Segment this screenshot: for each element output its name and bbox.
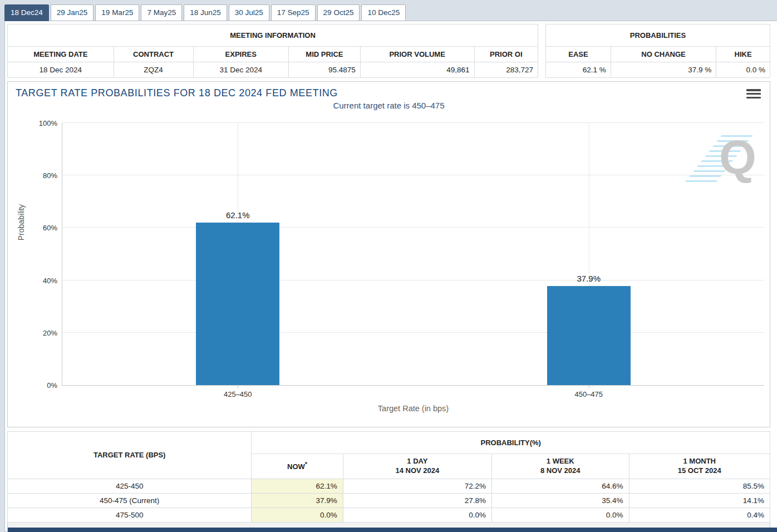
bottom-bar: [8, 528, 777, 532]
col-ease: EASE: [546, 47, 611, 62]
tab-30-jul25[interactable]: 30 Jul25: [229, 4, 269, 21]
chart-title: TARGET RATE PROBABILITIES FOR 18 DEC 202…: [16, 87, 338, 99]
tab-19-mar25[interactable]: 19 Mar25: [95, 4, 139, 21]
no-change-value: 37.9 %: [611, 62, 716, 78]
prior-volume-value: 49,861: [360, 62, 474, 78]
watermark-stripes-icon: [684, 135, 753, 183]
tab-29-oct25[interactable]: 29 Oct25: [317, 4, 360, 21]
tab-7-may25[interactable]: 7 May25: [141, 4, 182, 21]
col-no-change: NO CHANGE: [611, 47, 716, 62]
meeting-date-value: 18 Dec 2024: [8, 62, 114, 78]
y-tick-60: 60%: [43, 224, 57, 232]
content-panel: MEETING INFORMATION MEETING DATE CONTRAC…: [4, 21, 777, 532]
col-prior-volume: PRIOR VOLUME: [360, 47, 474, 62]
ease-value: 62.1 %: [546, 62, 611, 78]
y-tick-40: 40%: [43, 276, 57, 284]
chart-header: TARGET RATE PROBABILITIES FOR 18 DEC 202…: [8, 82, 770, 99]
col-1-week-label: 1 WEEK: [547, 457, 574, 465]
meeting-info-title: MEETING INFORMATION: [8, 24, 538, 47]
now-value: 62.1%: [252, 479, 343, 493]
col-1-day-label: 1 DAY: [407, 457, 427, 465]
expires-value: 31 Dec 2024: [193, 62, 289, 78]
bar-425-450[interactable]: 62.1%: [196, 123, 279, 385]
col-now-asterisk: *: [305, 461, 307, 467]
corner-header-target-rate: TARGET RATE (BPS): [8, 432, 252, 479]
bar-label-425-450: 62.1%: [185, 210, 291, 220]
probabilities-summary-table: PROBABILITIES EASE NO CHANGE HIKE 62.1 %…: [545, 24, 770, 78]
col-1-day: 1 DAY 14 NOV 2024: [343, 454, 491, 479]
col-mid-price: MID PRICE: [289, 47, 361, 62]
bar-450-475[interactable]: 37.9%: [547, 123, 631, 385]
tab-17-sep25[interactable]: 17 Sep25: [271, 4, 316, 21]
week-value: 64.6%: [491, 479, 629, 493]
table-row-475-500: 475-500 0.0% 0.0% 0.0% 0.4%: [8, 508, 770, 522]
hamburger-menu-icon[interactable]: [746, 89, 761, 98]
col-contract: CONTRACT: [114, 47, 193, 62]
y-tick-20: 20%: [43, 328, 57, 337]
y-tick-0: 0%: [47, 381, 57, 390]
month-value: 0.4%: [629, 508, 770, 522]
col-now-label: NOW: [287, 463, 305, 471]
y-axis-title: Probability: [17, 204, 26, 240]
col-1-month-label: 1 MONTH: [683, 457, 716, 465]
col-meeting-date: MEETING DATE: [8, 47, 114, 62]
col-1-week: 1 WEEK 8 NOV 2024: [491, 454, 629, 479]
bar-rect-450-475[interactable]: [547, 286, 631, 386]
probability-history-table: TARGET RATE (BPS) PROBABILITY(%) NOW* 1 …: [7, 431, 770, 532]
meeting-information-table: MEETING INFORMATION MEETING DATE CONTRAC…: [7, 24, 538, 78]
plot-area: 0% 20% 40% 60% 80% 100% Q 62.1% 37.9%: [62, 123, 764, 386]
tab-10-dec25[interactable]: 10 Dec25: [361, 4, 406, 21]
col-1-month: 1 MONTH 15 OCT 2024: [629, 454, 770, 479]
bar-rect-425-450[interactable]: [196, 223, 279, 385]
tab-29-jan25[interactable]: 29 Jan25: [51, 4, 94, 21]
week-value: 0.0%: [491, 508, 629, 522]
probabilities-title: PROBABILITIES: [546, 24, 770, 47]
col-hike: HIKE: [716, 47, 770, 62]
y-tick-80: 80%: [43, 171, 57, 180]
x-axis-title: Target Rate (in bps): [62, 404, 764, 413]
month-value: 85.5%: [629, 479, 770, 493]
now-value: 37.9%: [252, 493, 343, 508]
row-label: 425-450: [8, 479, 252, 493]
day-value: 27.8%: [343, 493, 491, 508]
x-tick-450-475: 450–475: [574, 390, 603, 398]
day-value: 0.0%: [343, 508, 491, 522]
quikstrike-watermark: Q: [705, 127, 761, 185]
row-label: 450-475 (Current): [8, 493, 252, 508]
tab-18-dec24[interactable]: 18 Dec24: [4, 4, 49, 21]
quikstrike-q-icon: Q: [719, 133, 756, 181]
col-1-month-date: 15 OCT 2024: [678, 466, 721, 475]
month-value: 14.1%: [629, 493, 770, 508]
y-tick-100: 100%: [39, 119, 57, 127]
hike-value: 0.0 %: [716, 62, 770, 78]
week-value: 35.4%: [491, 493, 629, 508]
x-tick-425-450: 425–450: [224, 390, 252, 398]
col-now: NOW*: [252, 454, 343, 479]
col-expires: EXPIRES: [193, 47, 289, 62]
now-value: 0.0%: [252, 508, 343, 522]
chart-panel: TARGET RATE PROBABILITIES FOR 18 DEC 202…: [7, 81, 770, 427]
col-prior-oi: PRIOR OI: [474, 47, 538, 62]
col-1-day-date: 14 NOV 2024: [395, 466, 439, 475]
meeting-date-tabs: 18 Dec24 29 Jan25 19 Mar25 7 May25 18 Ju…: [4, 4, 777, 21]
group-header-probability: PROBABILITY(%): [252, 432, 770, 454]
prior-oi-value: 283,727: [474, 62, 538, 78]
contract-value: ZQZ4: [114, 62, 193, 78]
table-row-450-475-current: 450-475 (Current) 37.9% 27.8% 35.4% 14.1…: [8, 493, 770, 508]
day-value: 72.2%: [343, 479, 491, 493]
table-row-425-450: 425-450 62.1% 72.2% 64.6% 85.5%: [8, 479, 770, 493]
top-tables: MEETING INFORMATION MEETING DATE CONTRAC…: [7, 24, 770, 78]
row-label: 475-500: [8, 508, 252, 522]
mid-price-value: 95.4875: [289, 62, 361, 78]
col-1-week-date: 8 NOV 2024: [540, 466, 581, 475]
chart-subtitle: Current target rate is 450–475: [8, 101, 770, 110]
tab-18-jun25[interactable]: 18 Jun25: [184, 4, 227, 21]
bar-label-450-475: 37.9%: [536, 274, 642, 283]
